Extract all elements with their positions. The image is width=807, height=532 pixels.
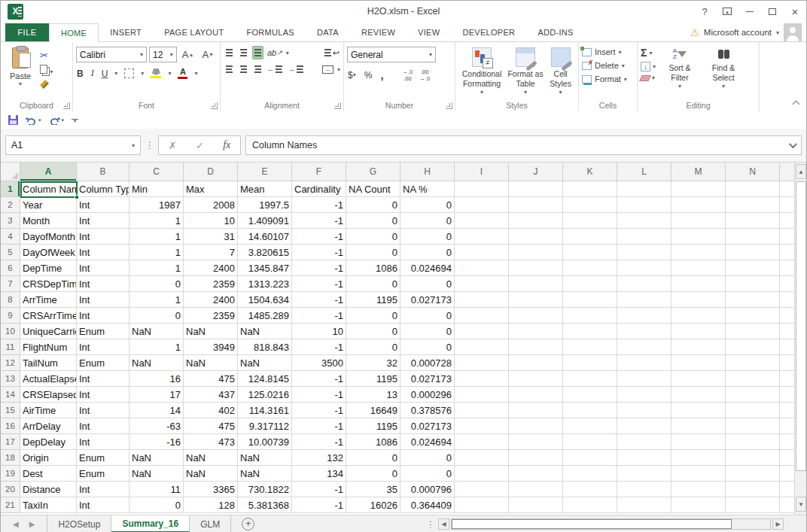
cell-D18[interactable]: NaN (184, 450, 238, 466)
cell-F14[interactable]: -1 (292, 387, 346, 403)
cell-N1[interactable] (726, 181, 780, 197)
cell-M18[interactable] (671, 450, 726, 466)
cell-A3[interactable]: Month (20, 213, 77, 229)
cell-C1[interactable]: Min (129, 181, 184, 197)
cell-A12[interactable]: TailNum (20, 355, 77, 371)
cell-M20[interactable] (671, 482, 726, 497)
cell-L17[interactable] (617, 434, 671, 450)
ribbon-tab-insert[interactable]: INSERT (99, 23, 153, 41)
cell-G18[interactable]: 0 (346, 450, 400, 466)
cell-G11[interactable]: 0 (346, 339, 400, 355)
cell-C14[interactable]: 17 (129, 387, 184, 403)
cell-A6[interactable]: DepTime (20, 260, 77, 276)
cell-H7[interactable]: 0 (400, 276, 455, 292)
increase-decimal-button[interactable]: ←.0.00 (403, 68, 413, 82)
cell-A16[interactable]: ArrDelay (20, 418, 77, 434)
format-as-table-button[interactable]: Format as Table▾ (505, 45, 546, 97)
cell-I3[interactable] (455, 213, 509, 229)
cell-H5[interactable]: 0 (400, 245, 455, 260)
cell-N8[interactable] (726, 292, 780, 308)
cell-B3[interactable]: Int (77, 213, 129, 229)
cell-G4[interactable]: 0 (346, 229, 400, 245)
cell-L15[interactable] (617, 403, 671, 418)
cell-H17[interactable]: 0.024694 (400, 434, 455, 450)
insert-function-button[interactable]: fx (223, 139, 230, 151)
column-header-n[interactable]: N (726, 163, 780, 181)
cell-K11[interactable] (563, 339, 617, 355)
cell-I17[interactable] (455, 434, 509, 450)
cell-G3[interactable]: 0 (346, 213, 400, 229)
cell-E20[interactable]: 730.1822 (238, 482, 292, 497)
select-all-button[interactable] (1, 163, 20, 181)
ribbon-tab-page-layout[interactable]: PAGE LAYOUT (153, 23, 235, 41)
ribbon-tab-home[interactable]: HOME (49, 23, 99, 42)
cell-L8[interactable] (617, 292, 671, 308)
find-select-button[interactable]: Find & Select▾ (704, 45, 743, 91)
row-header-10[interactable]: 10 (1, 324, 20, 339)
cell-K2[interactable] (563, 197, 617, 213)
cell-G19[interactable]: 0 (346, 466, 400, 482)
row-header-11[interactable]: 11 (1, 339, 20, 355)
cell-D13[interactable]: 475 (184, 371, 238, 387)
cell-B21[interactable]: Int (77, 497, 129, 513)
font-size-select[interactable]: 12▾ (149, 47, 177, 62)
cell-B13[interactable]: Int (77, 371, 129, 387)
cell-J14[interactable] (509, 387, 563, 403)
cell-C10[interactable]: NaN (129, 324, 184, 339)
cell-H11[interactable]: 0 (400, 339, 455, 355)
cell-D10[interactable]: NaN (184, 324, 238, 339)
cell-E14[interactable]: 125.0216 (238, 387, 292, 403)
cell-E10[interactable]: NaN (238, 324, 292, 339)
cell-L11[interactable] (617, 339, 671, 355)
cell-H6[interactable]: 0.024694 (400, 260, 455, 276)
cell-G6[interactable]: 1086 (346, 260, 400, 276)
cut-button[interactable]: ✂ (40, 50, 53, 61)
cell-J1[interactable] (509, 181, 563, 197)
cell-H2[interactable]: 0 (400, 197, 455, 213)
account-area[interactable]: ⚠ Microsoft account ▾ (690, 23, 806, 41)
cell-F6[interactable]: -1 (292, 260, 346, 276)
cell-J8[interactable] (509, 292, 563, 308)
cell-N21[interactable] (726, 497, 780, 513)
cell-D6[interactable]: 2400 (184, 260, 238, 276)
cell-N6[interactable] (726, 260, 780, 276)
format-button[interactable]: Format▾ (582, 74, 634, 84)
scroll-left-button[interactable]: ◀ (438, 518, 449, 530)
cell-M1[interactable] (671, 181, 726, 197)
cell-K20[interactable] (563, 482, 617, 497)
cell-H19[interactable]: 0 (400, 466, 455, 482)
cell-K10[interactable] (563, 324, 617, 339)
cell-G13[interactable]: 1195 (346, 371, 400, 387)
cell-C3[interactable]: 1 (129, 213, 184, 229)
cell-C16[interactable]: -63 (129, 418, 184, 434)
cell-D9[interactable]: 2359 (184, 308, 238, 324)
cell-I7[interactable] (455, 276, 509, 292)
cell-B6[interactable]: Int (77, 260, 129, 276)
cell-J18[interactable] (509, 450, 563, 466)
cell-F18[interactable]: 132 (292, 450, 346, 466)
cell-J10[interactable] (509, 324, 563, 339)
avatar[interactable] (784, 23, 802, 41)
cell-J3[interactable] (509, 213, 563, 229)
cell-M8[interactable] (671, 292, 726, 308)
cell-K8[interactable] (563, 292, 617, 308)
cell-L10[interactable] (617, 324, 671, 339)
cell-E5[interactable]: 3.820615 (238, 245, 292, 260)
cell-B11[interactable]: Int (77, 339, 129, 355)
cell-D19[interactable]: NaN (184, 466, 238, 482)
cell-A20[interactable]: Distance (20, 482, 77, 497)
cell-I1[interactable] (455, 181, 509, 197)
chevron-down-icon[interactable]: ▾ (286, 50, 289, 56)
cell-N17[interactable] (726, 434, 780, 450)
cell-H8[interactable]: 0.027173 (400, 292, 455, 308)
cell-F9[interactable]: -1 (292, 308, 346, 324)
cell-N11[interactable] (726, 339, 780, 355)
next-sheet-button[interactable]: ▶ (29, 520, 35, 528)
cell-L13[interactable] (617, 371, 671, 387)
row-header-16[interactable]: 16 (1, 418, 20, 434)
cell-D16[interactable]: 475 (184, 418, 238, 434)
column-header-f[interactable]: F (292, 163, 346, 181)
formula-input[interactable]: Column Names (245, 135, 802, 155)
cell-F17[interactable]: -1 (292, 434, 346, 450)
cell-I9[interactable] (455, 308, 509, 324)
